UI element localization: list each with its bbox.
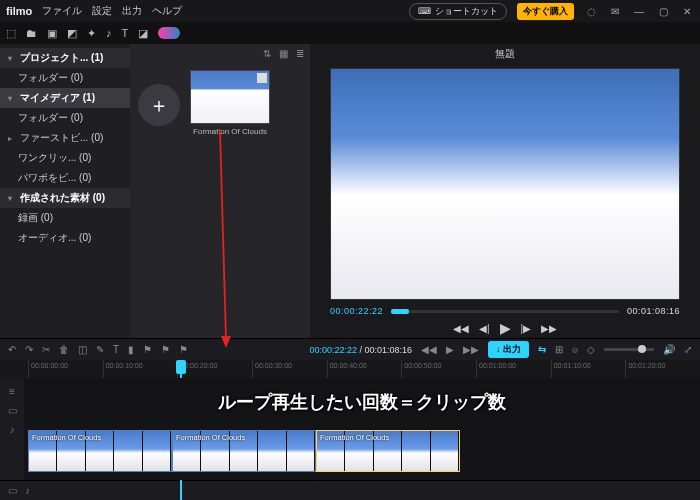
add-audio-icon[interactable]: ♪: [25, 485, 30, 496]
ruler-tick: 00:00:30:00: [252, 360, 327, 378]
timeline-toolbar: ↶ ↷ ✂ 🗑 ◫ ✎ T ▮ ⚑ ⚑ ⚑ 00:00:22:22 / 00:0…: [0, 338, 700, 360]
timeline-timecode: 00:00:22:22 / 00:01:08:16: [309, 345, 412, 355]
time-current: 00:00:22:22: [330, 306, 383, 316]
timeline-clip[interactable]: Formation Of Clouds: [316, 430, 460, 472]
zoom-slider[interactable]: [604, 348, 654, 351]
media-pane: ⇅ ▦ ≣ ＋ Formation Of Clouds: [130, 44, 310, 338]
sidebar-item[interactable]: 録画 (0): [0, 208, 130, 228]
sidebar-item[interactable]: オーディオ... (0): [0, 228, 130, 248]
tl-play-button[interactable]: ▶: [446, 344, 454, 355]
preview-viewport[interactable]: [330, 68, 680, 300]
grid-view-icon[interactable]: ▦: [279, 48, 288, 59]
menu-settings[interactable]: 設定: [92, 4, 112, 18]
record-button[interactable]: ▮: [128, 344, 134, 355]
app-logo: filmo: [6, 5, 32, 17]
marker-c-icon[interactable]: ⚑: [179, 344, 188, 355]
folder-icon[interactable]: 🖿: [26, 27, 37, 39]
effects-icon[interactable]: ✦: [87, 27, 96, 40]
export-button[interactable]: ↓ 出力: [488, 341, 529, 358]
prev-frame-button[interactable]: ◀◀: [453, 323, 469, 334]
layers-icon[interactable]: ▣: [47, 27, 57, 40]
sidebar-item[interactable]: プロジェクト... (1): [0, 48, 130, 68]
video-track-icon[interactable]: ▭: [8, 405, 17, 416]
redo-button[interactable]: ↷: [25, 344, 33, 355]
snap-icon[interactable]: ⊞: [555, 344, 563, 355]
main-menu: ファイル 設定 出力 ヘルプ: [42, 4, 182, 18]
undo-button[interactable]: ↶: [8, 344, 16, 355]
lock-icon[interactable]: ◇: [587, 344, 595, 355]
minimize-button[interactable]: —: [632, 4, 646, 18]
color-pill[interactable]: [158, 27, 180, 39]
timeline-body: ≡ ▭ ♪ ループ再生したい回数＝クリップ数 Formation Of Clou…: [0, 378, 700, 480]
overlay-icon[interactable]: ◩: [67, 27, 77, 40]
audio-track-icon[interactable]: ♪: [10, 424, 15, 435]
mail-icon[interactable]: ✉: [608, 4, 622, 18]
video-track[interactable]: Formation Of CloudsFormation Of CloudsFo…: [28, 430, 700, 472]
annotation-text: ループ再生したい回数＝クリップ数: [218, 390, 506, 414]
sort-icon[interactable]: ⇅: [263, 48, 271, 59]
sidebar-item[interactable]: マイメディア (1): [0, 88, 130, 108]
buy-now-button[interactable]: 今すぐ購入: [517, 3, 574, 20]
step-fwd-button[interactable]: |▶: [521, 323, 532, 334]
sidebar-item[interactable]: 作成された素材 (0): [0, 188, 130, 208]
timeline-clip[interactable]: Formation Of Clouds: [28, 430, 172, 472]
sidebar-item[interactable]: フォルダー (0): [0, 108, 130, 128]
sticker-icon[interactable]: ◪: [138, 27, 148, 40]
tl-next-button[interactable]: ▶▶: [463, 344, 479, 355]
sidebar-item[interactable]: フォルダー (0): [0, 68, 130, 88]
shortcut-label: ショートカット: [435, 5, 498, 18]
trash-button[interactable]: 🗑: [59, 344, 69, 355]
link-icon[interactable]: ⌾: [572, 344, 578, 355]
import-media-button[interactable]: ＋: [138, 84, 180, 126]
sidebar-item[interactable]: ワンクリッ... (0): [0, 148, 130, 168]
loop-icon[interactable]: ⇆: [538, 344, 546, 355]
ruler-tick: 00:01:10:00: [551, 360, 626, 378]
media-icon[interactable]: ⬚: [6, 27, 16, 40]
audio-icon[interactable]: ♪: [106, 27, 112, 39]
sidebar-item[interactable]: パワポをビ... (0): [0, 168, 130, 188]
preview-title: 無題: [310, 44, 700, 64]
volume-icon[interactable]: 🔊: [663, 344, 675, 355]
user-icon[interactable]: ◌: [584, 4, 598, 18]
step-back-button[interactable]: ◀|: [479, 323, 490, 334]
menu-output[interactable]: 出力: [122, 4, 142, 18]
clip-label: Formation Of Clouds: [32, 433, 101, 442]
playhead[interactable]: [176, 360, 186, 374]
marker-a-icon[interactable]: ⚑: [143, 344, 152, 355]
ruler-tick: 00:00:10:00: [103, 360, 178, 378]
timeline-clip[interactable]: Formation Of Clouds: [172, 430, 316, 472]
edit-tool-icon[interactable]: ✎: [96, 344, 104, 355]
menu-help[interactable]: ヘルプ: [152, 4, 182, 18]
play-button[interactable]: ▶: [500, 320, 511, 336]
clip-label: Formation Of Clouds: [320, 433, 389, 442]
maximize-button[interactable]: ▢: [656, 4, 670, 18]
timeline-ruler[interactable]: 00:00:00:0000:00:10:0000:00:20:0000:00:3…: [0, 360, 700, 378]
next-frame-button[interactable]: ▶▶: [541, 323, 557, 334]
clip-name-label: Formation Of Clouds: [190, 127, 270, 136]
fullscreen-icon[interactable]: ⤢: [684, 344, 692, 355]
menu-icon[interactable]: ≡: [9, 386, 15, 397]
toolbar: ⬚ 🖿 ▣ ◩ ✦ ♪ T ◪: [0, 22, 700, 44]
shortcut-button[interactable]: ⌨ ショートカット: [409, 3, 507, 20]
crop-button[interactable]: ◫: [78, 344, 87, 355]
close-button[interactable]: ✕: [680, 4, 694, 18]
cut-button[interactable]: ✂: [42, 344, 50, 355]
list-view-icon[interactable]: ≣: [296, 48, 304, 59]
ruler-tick: 00:00:20:00: [177, 360, 252, 378]
project-sidebar: プロジェクト... (1)フォルダー (0)マイメディア (1)フォルダー (0…: [0, 44, 130, 338]
text-tool-icon[interactable]: T: [113, 344, 119, 355]
menu-file[interactable]: ファイル: [42, 4, 82, 18]
keyboard-icon: ⌨: [418, 6, 431, 16]
ruler-tick: 00:00:50:00: [401, 360, 476, 378]
ruler-tick: 00:01:00:00: [476, 360, 551, 378]
ruler-tick: 00:00:40:00: [327, 360, 402, 378]
ruler-tick: 00:00:00:00: [28, 360, 103, 378]
sidebar-item[interactable]: ファーストビ... (0): [0, 128, 130, 148]
marker-b-icon[interactable]: ⚑: [161, 344, 170, 355]
tl-prev-button[interactable]: ◀◀: [421, 344, 437, 355]
preview-scrubber[interactable]: [391, 310, 619, 313]
add-track-icon[interactable]: ▭: [8, 485, 17, 496]
text-icon[interactable]: T: [122, 27, 129, 39]
media-clip[interactable]: Formation Of Clouds: [190, 70, 270, 136]
ruler-tick: 00:01:20:00: [625, 360, 700, 378]
